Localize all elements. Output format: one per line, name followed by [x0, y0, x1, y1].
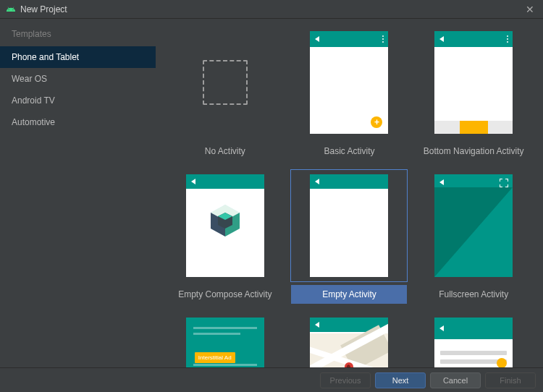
thumb-wrap [290, 169, 408, 282]
template-grid: No Activity + Basic Activity [163, 26, 536, 367]
fab-icon: + [371, 116, 382, 128]
back-arrow-icon [439, 325, 444, 331]
lines-icon [186, 360, 264, 367]
bn-right [488, 121, 513, 134]
compose-logo-icon [210, 204, 240, 237]
sidebar-item-label: Phone and Tablet [12, 52, 79, 62]
sidebar-item-label: Android TV [12, 95, 55, 106]
template-label: Basic Activity [324, 146, 374, 156]
sidebar-item-phone-tablet[interactable]: Phone and Tablet [0, 46, 156, 68]
dashed-box-icon [203, 60, 248, 105]
sidebar-item-label: Automotive [12, 117, 55, 127]
appbar-icon [310, 31, 388, 47]
thumbnail [310, 318, 388, 367]
label-wrap: Empty Activity [291, 285, 407, 304]
thumb-wrap [167, 169, 284, 282]
back-arrow-icon [315, 322, 319, 328]
previous-button: Previous [320, 372, 371, 388]
label-wrap: Empty Compose Activity [167, 285, 283, 304]
interstitial-bg: Interstitial Ad [186, 318, 264, 367]
template-card-maps[interactable] [291, 312, 407, 367]
body: Templates Phone and Tablet Wear OS Andro… [0, 19, 543, 367]
template-card-fullscreen[interactable]: Fullscreen Activity [416, 169, 531, 304]
footer: Previous Next Cancel Finish [0, 367, 543, 392]
template-card-detail[interactable] [416, 312, 531, 367]
thumb-wrap [167, 26, 284, 139]
label-wrap: Bottom Navigation Activity [416, 142, 531, 161]
label-wrap: No Activity [167, 142, 283, 161]
close-icon[interactable]: ✕ [523, 2, 537, 17]
sidebar-item-automotive[interactable]: Automotive [0, 111, 156, 133]
android-icon [6, 4, 16, 14]
template-card-basic-activity[interactable]: + Basic Activity [291, 26, 407, 161]
thumbnail [434, 318, 513, 367]
sidebar-item-label: Wear OS [12, 74, 47, 84]
lines-icon [186, 318, 264, 335]
fullscreen-diag [434, 187, 513, 277]
bottom-nav-icon [434, 121, 513, 134]
thumb-wrap: + [290, 26, 408, 139]
template-label: Empty Compose Activity [178, 289, 272, 299]
template-label: No Activity [205, 146, 245, 156]
appbar-icon [310, 174, 388, 189]
template-label: Empty Activity [322, 289, 376, 299]
titlebar: New Project ✕ [0, 0, 543, 19]
fab-icon [497, 358, 507, 367]
next-button[interactable]: Next [375, 372, 426, 388]
thumbnail [186, 31, 264, 134]
thumbnail [310, 174, 388, 277]
sidebar-item-android-tv[interactable]: Android TV [0, 90, 156, 111]
back-arrow-icon [439, 179, 444, 185]
map-pin-icon [345, 362, 353, 367]
thumbnail [434, 174, 513, 277]
template-label: Fullscreen Activity [439, 289, 508, 299]
fullscreen-icon [500, 179, 508, 187]
back-arrow-icon [191, 179, 195, 184]
thumbnail: Interstitial Ad [186, 318, 264, 367]
sidebar-header: Templates [0, 25, 156, 46]
btn-label: Cancel [443, 376, 468, 385]
bn-mid [460, 121, 488, 134]
thumbnail [434, 31, 513, 134]
finish-button: Finish [485, 372, 536, 388]
overflow-icon [507, 35, 509, 43]
appbar-icon [434, 31, 513, 47]
window-title: New Project [20, 4, 523, 14]
line-icon [440, 351, 507, 355]
appbar-icon [186, 174, 264, 189]
template-label: Bottom Navigation Activity [424, 146, 524, 156]
btn-label: Next [392, 376, 409, 385]
thumb-wrap [415, 26, 532, 139]
thumbnail [186, 174, 264, 277]
map-bg [310, 333, 388, 367]
cancel-button[interactable]: Cancel [430, 372, 481, 388]
template-gallery: No Activity + Basic Activity [156, 19, 543, 367]
thumb-wrap [415, 169, 532, 282]
template-card-bottom-navigation[interactable]: Bottom Navigation Activity [416, 26, 531, 161]
sidebar-item-wear-os[interactable]: Wear OS [0, 68, 156, 90]
sidebar: Templates Phone and Tablet Wear OS Andro… [0, 19, 156, 367]
back-arrow-icon [315, 179, 319, 184]
template-card-empty-compose[interactable]: Empty Compose Activity [167, 169, 283, 304]
back-arrow-icon [439, 36, 444, 42]
detail-body [434, 339, 513, 367]
thumb-wrap [415, 312, 532, 367]
template-card-empty-activity[interactable]: Empty Activity [291, 169, 407, 304]
btn-label: Previous [330, 376, 361, 385]
bn-left [434, 121, 460, 134]
thumb-wrap [290, 312, 408, 367]
overflow-icon [382, 35, 384, 43]
template-card-no-activity[interactable]: No Activity [167, 26, 283, 161]
label-wrap: Fullscreen Activity [416, 285, 531, 304]
btn-label: Finish [500, 376, 521, 385]
label-wrap: Basic Activity [291, 142, 407, 161]
back-arrow-icon [315, 36, 319, 42]
template-card-interstitial[interactable]: Interstitial Ad [167, 312, 283, 367]
thumbnail: + [310, 31, 388, 134]
thumb-wrap: Interstitial Ad [167, 312, 284, 367]
appbar-icon [434, 318, 513, 339]
